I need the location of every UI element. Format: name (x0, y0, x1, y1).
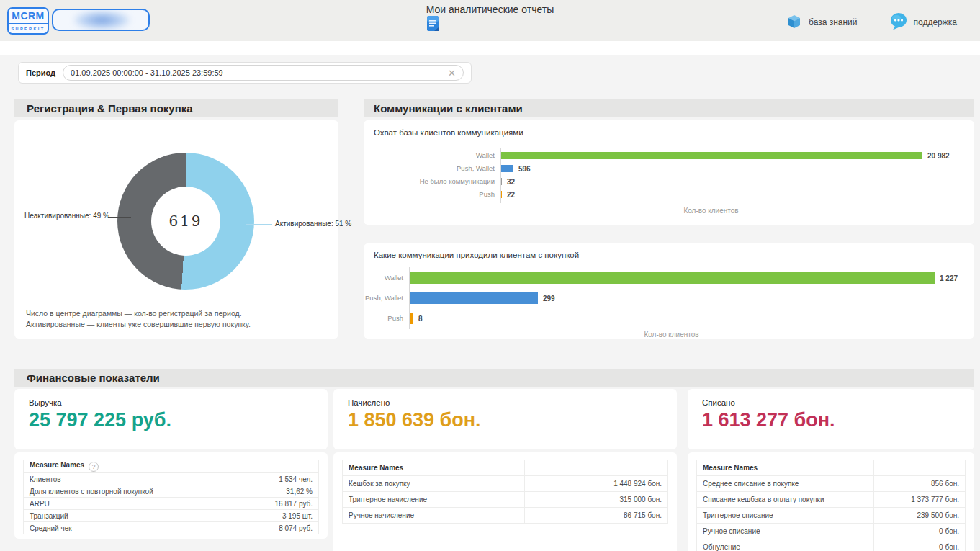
logo-subtext: SUPERKIT (9, 24, 48, 33)
table-header-empty (248, 460, 318, 473)
bar-Не было коммуникации (501, 178, 502, 185)
measures-table-written-off: Measure Names Среднее списание в покупке… (696, 460, 966, 551)
measure-name-cell: Транзакций (24, 510, 248, 522)
chart-category-label: Wallet (364, 274, 403, 282)
kpi-value-written-off: 1 613 277 бон. (702, 409, 835, 431)
measures-table-card-revenue: Measure Names? Клиентов1 534 чел.Доля кл… (14, 452, 328, 539)
table-header-empty (874, 460, 966, 476)
measures-table-accrued: Measure Names Кешбэк за покупку1 448 924… (342, 460, 668, 524)
measure-value-cell: 1 373 777 бон. (874, 492, 966, 508)
chart-value-label: 22 (507, 191, 515, 199)
table-row: Доля клиентов с повторной покупкой31,62 … (24, 485, 319, 498)
finance-section-header: Финансовые показатели (14, 369, 974, 387)
measure-value-cell: 1 534 чел. (248, 473, 318, 485)
donut-left-leader-line (108, 217, 131, 218)
bar-Push (501, 191, 502, 198)
chart-value-label: 596 (518, 165, 531, 173)
dashboard-page: MCRM SUPERKIT Мои аналитические отчеты (0, 0, 980, 551)
x-axis-title: Кол-во клиентов (500, 207, 922, 215)
measure-value-cell: 31,62 % (248, 485, 318, 498)
donut-right-label: Активированные: 51 % (275, 220, 351, 228)
measure-value-cell: 315 000 бон. (525, 492, 668, 508)
chart-category-label: Push, Wallet (364, 164, 495, 172)
communications-section-header: Коммуникации с клиентами (364, 99, 974, 117)
measure-name-cell: ARPU (24, 498, 248, 510)
kpi-card-revenue: Выручка 25 797 225 руб. (14, 389, 328, 449)
communications-section-title: Коммуникации с клиентами (374, 102, 523, 115)
measure-value-cell: 0 бон. (874, 539, 966, 551)
table-row: Триггерное списание239 500 бон. (697, 508, 966, 524)
kpi-value-accrued: 1 850 639 бон. (348, 409, 481, 431)
chat-bubble-icon (889, 12, 908, 32)
clear-filter-icon[interactable]: ✕ (448, 68, 456, 78)
measures-table-revenue: Measure Names? Клиентов1 534 чел.Доля кл… (23, 460, 319, 534)
table-row: Списание кешбэка в оплату покупки1 373 7… (697, 492, 966, 508)
chart-value-label: 32 (507, 178, 515, 186)
footnote-line-1: Число в центре диаграммы — кол-во регист… (26, 308, 251, 319)
table-row: Ручное начисление86 715 бон. (343, 508, 668, 524)
kpi-card-accrued: Начислено 1 850 639 бон. (333, 389, 677, 449)
x-axis-title: Кол-во клиентов (409, 331, 934, 339)
measure-name-cell: Средний чек (24, 522, 248, 534)
measure-value-cell: 1 448 924 бон. (525, 476, 668, 492)
table-header-empty (525, 460, 668, 476)
chart-category-label: Wallet (364, 151, 495, 159)
chart-value-label: 8 (418, 315, 423, 323)
measure-value-cell: 8 074 руб. (248, 522, 318, 534)
footnote-line-2: Активированные — клиенты уже совершившие… (26, 319, 251, 330)
measure-name-cell: Кешбэк за покупку (343, 476, 525, 492)
coverage-chart-title: Охват базы клиентов коммуникациями (374, 128, 523, 137)
table-row: Триггерное начисление315 000 бон. (343, 492, 668, 508)
purchase-comms-chart-title: Какие коммуникации приходили клиентам с … (374, 251, 579, 259)
registration-donut-card: 619 Неактивированные: 49 % Активированны… (14, 120, 338, 339)
donut-hole: 619 (151, 187, 220, 256)
knowledge-base-link[interactable]: база знаний (786, 12, 857, 32)
table-row: Транзакций3 195 шт. (24, 510, 319, 522)
measures-table-card-accrued: Measure Names Кешбэк за покупку1 448 924… (333, 452, 677, 551)
measure-value-cell: 0 бон. (874, 524, 966, 539)
knowledge-base-label: база знаний (809, 17, 857, 27)
bar-Wallet (501, 152, 922, 159)
measure-name-cell: Среднее списание в покупке (697, 476, 874, 492)
table-header-cell: Measure Names? (24, 460, 248, 473)
registration-section-header: Регистрация & Первая покупка (14, 99, 338, 117)
bar-Push, Wallet (410, 292, 538, 304)
measure-name-cell: Списание кешбэка в оплату покупки (697, 492, 874, 508)
table-row: Среднее списание в покупке856 бон. (697, 476, 966, 492)
bar-Push (410, 313, 413, 324)
measures-table-card-written-off: Measure Names Среднее списание в покупке… (688, 452, 974, 551)
table-row: Ручное списание0 бон. (697, 524, 966, 539)
purchase-comms-bar-chart-card: Какие коммуникации приходили клиентам с … (364, 243, 974, 339)
donut-footnote: Число в центре диаграммы — кол-во регист… (26, 308, 251, 330)
bar-Wallet (410, 272, 935, 284)
chart-category-label: Push, Wallet (364, 294, 403, 302)
registration-section-title: Регистрация & Первая покупка (27, 102, 193, 115)
measure-value-cell: 856 бон. (874, 476, 966, 492)
table-row: ARPU16 817 руб. (24, 498, 319, 510)
measure-name-cell: Ручное списание (697, 524, 874, 539)
measure-value-cell: 16 817 руб. (248, 498, 318, 510)
bar-Push, Wallet (501, 165, 513, 172)
donut-left-label: Неактивированные: 49 % (24, 212, 109, 220)
measure-name-cell: Клиентов (24, 473, 248, 485)
chart-category-label: Не было коммуникации (364, 177, 495, 185)
chart-value-label: 1 227 (940, 274, 958, 282)
table-row: Клиентов1 534 чел. (24, 473, 319, 485)
period-filter-input[interactable]: 01.09.2025 00:00:00 - 31.10.2025 23:59:5… (63, 65, 464, 81)
report-document-icon[interactable] (426, 15, 440, 35)
measure-value-cell: 239 500 бон. (874, 508, 966, 524)
coverage-bar-chart-card: Охват базы клиентов коммуникациями Walle… (364, 120, 974, 225)
period-filter: Период 01.09.2025 00:00:00 - 31.10.2025 … (18, 62, 472, 84)
support-link[interactable]: поддержка (889, 12, 957, 32)
chart-category-label: Push (364, 190, 495, 198)
finance-section-title: Финансовые показатели (27, 372, 160, 384)
kpi-label-accrued: Начислено (348, 398, 390, 407)
chart-category-label: Push (364, 314, 403, 322)
top-header: MCRM SUPERKIT Мои аналитические отчеты (0, 0, 980, 42)
help-icon[interactable]: ? (89, 462, 99, 472)
kpi-label-written-off: Списано (702, 398, 735, 407)
period-filter-value: 01.09.2025 00:00:00 - 31.10.2025 23:59:5… (71, 68, 448, 77)
header-links: база знаний поддержка (786, 12, 957, 32)
table-header-cell: Measure Names (697, 460, 874, 476)
period-filter-label: Период (26, 68, 55, 77)
